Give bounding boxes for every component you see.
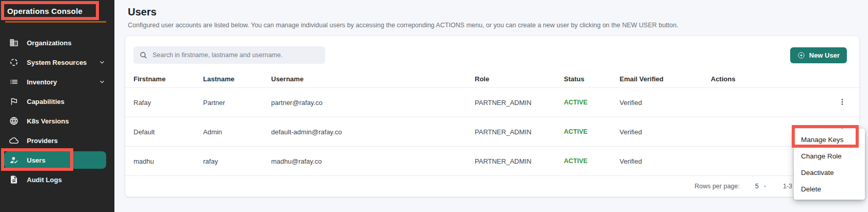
column-header-role: Role bbox=[475, 75, 564, 83]
cell-firstname: Rafay bbox=[133, 99, 203, 107]
plus-circle-icon bbox=[797, 51, 805, 59]
table-footer: Rows per page: 5 1-3 bbox=[125, 175, 859, 196]
table-row: Default Admin default-admin@rafay.co PAR… bbox=[125, 117, 859, 146]
cell-firstname: madhu bbox=[133, 157, 203, 165]
cell-username: partner@rafay.co bbox=[271, 99, 475, 107]
organizations-building-icon bbox=[9, 38, 19, 47]
search-box[interactable] bbox=[133, 46, 325, 64]
sidebar: Operations Console Organizations System … bbox=[0, 0, 114, 212]
search-icon bbox=[140, 51, 147, 59]
sidebar-item-label: K8s Versions bbox=[27, 117, 69, 125]
page-description: Configured user accounts are listed belo… bbox=[128, 22, 860, 29]
search-input[interactable] bbox=[153, 51, 319, 59]
column-header-lastname: Lastname bbox=[203, 75, 271, 83]
menu-item-change-role[interactable]: Change Role bbox=[794, 148, 865, 164]
table-row: Rafay Partner partner@rafay.co PARTNER_A… bbox=[125, 87, 859, 117]
chevron-down-icon[interactable] bbox=[98, 78, 106, 86]
sidebar-item-label: Inventory bbox=[27, 78, 57, 86]
users-table-card: New User Firstname Lastname Username Rol… bbox=[125, 36, 860, 197]
sidebar-item-organizations[interactable]: Organizations bbox=[0, 33, 114, 52]
column-header-actions: Actions bbox=[711, 75, 851, 83]
new-user-button-label: New User bbox=[809, 51, 840, 59]
capabilities-flag-icon bbox=[9, 97, 19, 106]
cell-email-verified: Verified bbox=[620, 128, 711, 136]
cell-role: PARTNER_ADMIN bbox=[475, 128, 564, 136]
page-title: Users bbox=[128, 6, 860, 18]
pagination-range: 1-3 bbox=[783, 183, 792, 190]
status-badge: ACTIVE bbox=[564, 128, 620, 135]
cell-username: default-admin@rafay.co bbox=[271, 128, 475, 136]
column-header-firstname: Firstname bbox=[133, 75, 203, 83]
sidebar-item-audit-logs[interactable]: Audit Logs bbox=[0, 170, 114, 189]
menu-item-manage-keys[interactable]: Manage Keys bbox=[794, 131, 865, 148]
row-actions-menu-button[interactable] bbox=[837, 97, 848, 108]
table-header-row: Firstname Lastname Username Role Status … bbox=[125, 70, 859, 87]
cell-role: PARTNER_ADMIN bbox=[475, 157, 564, 165]
rows-per-page-label: Rows per page: bbox=[694, 183, 740, 190]
chevron-down-icon[interactable] bbox=[98, 58, 106, 66]
cell-firstname: Default bbox=[133, 128, 203, 136]
sidebar-item-system-resources[interactable]: System Resources bbox=[0, 52, 114, 72]
sidebar-item-inventory[interactable]: Inventory bbox=[0, 72, 114, 92]
table-toolbar: New User bbox=[125, 36, 859, 70]
cell-email-verified: Verified bbox=[620, 99, 711, 107]
audit-logs-document-icon bbox=[9, 175, 19, 184]
main-content: Users Configured user accounts are liste… bbox=[114, 0, 868, 212]
app-title: Operations Console bbox=[0, 0, 114, 15]
sidebar-item-providers[interactable]: Providers bbox=[0, 131, 114, 150]
column-header-email-verified: Email Verified bbox=[620, 75, 711, 83]
cell-lastname: Admin bbox=[203, 128, 271, 136]
sidebar-item-k8s-versions[interactable]: K8s Versions bbox=[0, 111, 114, 131]
caret-down-icon bbox=[762, 184, 767, 189]
status-badge: ACTIVE bbox=[564, 157, 620, 165]
cell-lastname: rafay bbox=[203, 157, 271, 165]
providers-cloud-icon bbox=[9, 136, 19, 145]
inventory-list-icon bbox=[9, 77, 19, 86]
sidebar-item-label: Audit Logs bbox=[27, 176, 62, 184]
sidebar-title-divider bbox=[5, 21, 106, 23]
rows-per-page-value: 5 bbox=[755, 183, 759, 190]
menu-item-deactivate[interactable]: Deactivate bbox=[794, 164, 865, 181]
new-user-button[interactable]: New User bbox=[790, 47, 847, 63]
cell-email-verified: Verified bbox=[620, 157, 711, 165]
sidebar-item-label: Organizations bbox=[27, 39, 72, 47]
k8s-versions-globe-icon bbox=[9, 116, 19, 126]
column-header-username: Username bbox=[271, 75, 475, 83]
row-actions-context-menu: Manage Keys Change Role Deactivate Delet… bbox=[794, 129, 865, 200]
users-person-check-icon bbox=[9, 155, 19, 165]
sidebar-item-users[interactable]: Users bbox=[0, 150, 114, 170]
menu-item-delete[interactable]: Delete bbox=[794, 181, 865, 197]
active-item-highlight bbox=[4, 151, 106, 169]
status-badge: ACTIVE bbox=[564, 99, 620, 106]
rows-per-page-select[interactable]: 5 bbox=[755, 183, 767, 190]
sidebar-item-label: Capabilities bbox=[27, 98, 64, 105]
sidebar-item-capabilities[interactable]: Capabilities bbox=[0, 92, 114, 111]
sidebar-nav: Organizations System Resources Inventory bbox=[0, 33, 114, 189]
sidebar-item-label: Providers bbox=[27, 137, 58, 145]
sidebar-item-label: System Resources bbox=[27, 59, 87, 66]
more-vert-icon bbox=[838, 97, 847, 107]
system-resources-icon bbox=[9, 58, 19, 67]
column-header-status: Status bbox=[564, 75, 620, 83]
cell-username: madhu@rafay.co bbox=[271, 157, 475, 165]
table-row: madhu rafay madhu@rafay.co PARTNER_ADMIN… bbox=[125, 146, 859, 175]
sidebar-item-label: Users bbox=[27, 156, 45, 164]
cell-role: PARTNER_ADMIN bbox=[475, 99, 564, 107]
cell-lastname: Partner bbox=[203, 99, 271, 107]
